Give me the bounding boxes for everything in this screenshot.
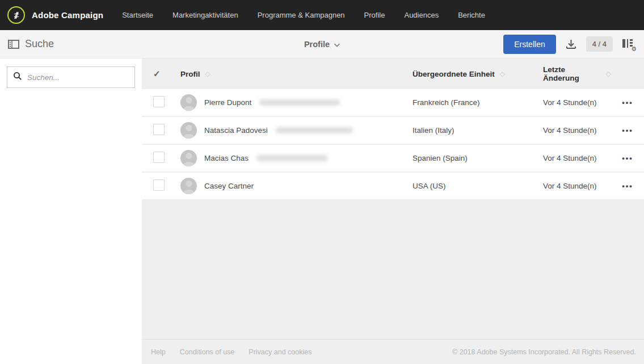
- search-sidebar: [0, 58, 142, 364]
- sort-icon: ◇: [500, 70, 505, 78]
- avatar: [180, 94, 197, 111]
- avatar: [180, 178, 197, 194]
- table-row[interactable]: Casey Cartner USA (US) Vor 4 Stunde(n) •…: [142, 173, 644, 199]
- footer-link-privacy[interactable]: Privacy and cookies: [249, 348, 312, 356]
- last-modified: Vor 4 Stunde(n): [543, 126, 611, 135]
- footer: Help Conditions of use Privacy and cooki…: [142, 339, 644, 364]
- email-redacted: [276, 127, 353, 133]
- entity-type-selector[interactable]: Profile: [304, 30, 340, 58]
- toolbar: Suche Profile Erstellen 4 / 4 ⚙: [0, 30, 644, 58]
- parent-unit: Frankreich (France): [413, 98, 543, 107]
- main-nav: Startseite Marketingaktivitäten Programm…: [122, 11, 485, 19]
- table-row[interactable]: Macias Chas Spanien (Spain) Vor 4 Stunde…: [142, 145, 644, 171]
- row-menu-icon[interactable]: •••: [622, 98, 633, 107]
- search-input[interactable]: [27, 73, 129, 82]
- footer-link-help[interactable]: Help: [151, 348, 166, 356]
- nav-item-profile[interactable]: Profile: [364, 11, 385, 19]
- nav-item-berichte[interactable]: Berichte: [458, 11, 485, 19]
- nav-item-startseite[interactable]: Startseite: [122, 11, 153, 19]
- sort-icon: ◇: [606, 70, 611, 78]
- nav-item-programme-kampagnen[interactable]: Programme & Kampagnen: [258, 11, 345, 19]
- last-modified: Vor 4 Stunde(n): [543, 98, 611, 107]
- email-redacted: [256, 155, 328, 161]
- parent-unit: Spanien (Spain): [413, 154, 543, 162]
- nav-item-marketingaktivitaeten[interactable]: Marketingaktivitäten: [172, 11, 238, 19]
- row-menu-icon[interactable]: •••: [622, 182, 633, 190]
- create-button[interactable]: Erstellen: [503, 35, 555, 54]
- brand-home[interactable]: Adobe Campaign: [0, 6, 103, 24]
- column-header-uebergeordnete-einheit[interactable]: Übergeordnete Einheit ◇: [413, 70, 543, 78]
- adobe-campaign-logo-icon: [7, 6, 25, 24]
- parent-unit: Italien (Italy): [413, 126, 543, 135]
- gear-icon: ⚙: [631, 46, 637, 52]
- column-header-letzte-aenderung[interactable]: Letzte Änderung ◇: [543, 65, 611, 82]
- row-checkbox[interactable]: [153, 124, 165, 135]
- table-row[interactable]: Pierre Dupont Frankreich (France) Vor 4 …: [142, 89, 644, 116]
- footer-link-conditions[interactable]: Conditions of use: [180, 348, 235, 356]
- profile-name: Natascia Padovesi: [204, 126, 268, 135]
- select-all-check-icon[interactable]: ✓: [153, 69, 161, 78]
- row-menu-icon[interactable]: •••: [622, 126, 633, 135]
- table-row[interactable]: Natascia Padovesi Italien (Italy) Vor 4 …: [142, 117, 644, 144]
- page-title: Suche: [25, 38, 54, 50]
- profile-name: Macias Chas: [204, 154, 249, 162]
- empty-area: [142, 200, 644, 339]
- parent-unit: USA (US): [413, 182, 543, 190]
- last-modified: Vor 4 Stunde(n): [543, 154, 611, 162]
- copyright-text: © 2018 Adobe Systems Incorporated. All R…: [452, 348, 636, 356]
- chevron-down-icon: [334, 40, 340, 49]
- profile-list: ✓ Profil ◇ Übergeordnete Einheit ◇ Letzt…: [142, 58, 644, 364]
- column-header-profil[interactable]: Profil ◇: [180, 70, 211, 78]
- nav-item-audiences[interactable]: Audiences: [404, 11, 439, 19]
- top-nav: Adobe Campaign Startseite Marketingaktiv…: [0, 0, 644, 30]
- download-icon[interactable]: [566, 39, 576, 49]
- entity-type-label: Profile: [304, 40, 330, 49]
- profile-name: Casey Cartner: [204, 182, 254, 190]
- panel-toggle-icon[interactable]: [8, 40, 19, 49]
- avatar: [180, 122, 197, 139]
- avatar: [180, 150, 197, 166]
- profile-name: Pierre Dupont: [204, 98, 251, 107]
- configure-list-icon[interactable]: ⚙: [622, 39, 634, 49]
- search-icon: [13, 72, 22, 83]
- sort-icon: ◇: [205, 70, 211, 78]
- brand-title: Adobe Campaign: [32, 10, 103, 20]
- search-box[interactable]: [7, 66, 135, 88]
- row-menu-icon[interactable]: •••: [622, 154, 633, 162]
- email-redacted: [259, 99, 340, 106]
- result-count-badge: 4 / 4: [586, 36, 613, 52]
- table-header: ✓ Profil ◇ Übergeordnete Einheit ◇ Letzt…: [142, 58, 644, 89]
- row-checkbox[interactable]: [153, 152, 165, 163]
- row-checkbox[interactable]: [153, 96, 165, 107]
- row-checkbox[interactable]: [153, 179, 165, 191]
- last-modified: Vor 4 Stunde(n): [543, 182, 611, 190]
